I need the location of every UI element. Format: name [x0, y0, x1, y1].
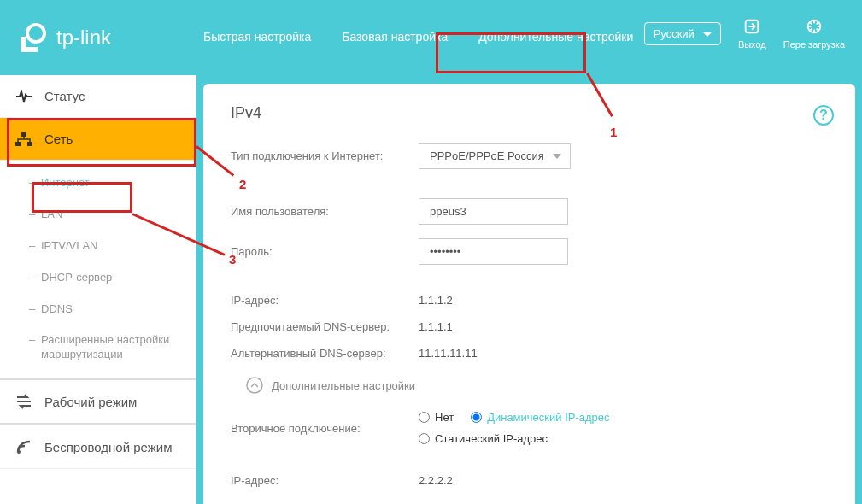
logout-button[interactable]: Выход — [738, 17, 766, 50]
value-ip: 1.1.1.2 — [419, 294, 453, 307]
label-password: Пароль: — [231, 245, 419, 258]
svg-rect-6 — [15, 142, 21, 146]
top-nav: Быстрая настройка Базовая настройка Допо… — [188, 0, 648, 75]
reboot-icon — [805, 17, 824, 36]
submenu-dhcp[interactable]: DHCP-сервер — [0, 262, 196, 294]
label-ip2: IP-адрес: — [231, 474, 419, 487]
header: tp-link Быстрая настройка Базовая настро… — [0, 0, 862, 75]
input-username[interactable] — [419, 198, 568, 225]
row-ip2: IP-адрес: 2.2.2.2 — [231, 474, 828, 487]
svg-point-8 — [17, 450, 21, 454]
value-dns2: 11.11.11.11 — [419, 347, 478, 360]
input-password[interactable] — [419, 238, 568, 265]
label-ip: IP-адрес: — [231, 294, 419, 307]
label-connection-type: Тип подключения к Интернет: — [231, 149, 419, 162]
tplink-logo-icon — [17, 21, 50, 54]
sidebar-item-wireless[interactable]: Беспроводной режим — [0, 425, 196, 469]
sidebar-item-network[interactable]: Сеть — [0, 118, 196, 161]
label-dns2: Альтернативный DNS-сервер: — [231, 347, 419, 360]
nav-advanced-settings[interactable]: Дополнительные настройки — [463, 29, 648, 46]
submenu-lan[interactable]: LAN — [0, 199, 196, 231]
network-submenu: Интернет LAN IPTV/VLAN DHCP-сервер DDNS … — [0, 161, 196, 378]
mode-icon — [15, 394, 32, 409]
svg-text:?: ? — [819, 108, 828, 122]
sidebar: Статус Сеть Интернет LAN IPTV/VLAN DHCP-… — [0, 75, 196, 504]
content-panel: ? IPv4 Тип подключения к Интернет: PPPoE… — [203, 84, 855, 504]
svg-rect-5 — [21, 132, 26, 137]
logout-icon — [742, 17, 761, 36]
section-title: IPv4 — [231, 104, 828, 122]
language-select[interactable]: Русский — [644, 22, 721, 45]
svg-point-0 — [27, 25, 44, 42]
label-secondary: Вторичное подключение: — [231, 422, 419, 435]
collapse-icon — [246, 377, 263, 394]
row-username: Имя пользователя: — [231, 198, 828, 225]
row-dns2: Альтернативный DNS-сервер: 11.11.11.11 — [231, 347, 828, 360]
status-icon — [15, 90, 32, 103]
sidebar-item-mode[interactable]: Рабочий режим — [0, 378, 196, 425]
help-button[interactable]: ? — [812, 104, 835, 129]
submenu-ddns[interactable]: DDNS — [0, 294, 196, 325]
header-right: Русский Выход Пере загрузка — [644, 17, 845, 50]
label-username: Имя пользователя: — [231, 205, 419, 218]
radio-secondary-none[interactable]: Нет — [419, 411, 454, 424]
nav-quick-setup[interactable]: Быстрая настройка — [188, 29, 326, 46]
row-ip: IP-адрес: 1.1.1.2 — [231, 294, 828, 307]
select-connection-type[interactable]: PPPoE/PPPoE Россия — [419, 143, 571, 169]
brand-logo: tp-link — [17, 21, 111, 54]
value-dns1: 1.1.1.1 — [419, 320, 453, 333]
value-ip2: 2.2.2.2 — [419, 474, 453, 487]
wireless-icon — [15, 439, 32, 454]
content-area: ? IPv4 Тип подключения к Интернет: PPPoE… — [196, 75, 862, 504]
row-connection-type: Тип подключения к Интернет: PPPoE/PPPoE … — [231, 143, 828, 169]
submenu-routing[interactable]: Расширенные настройки маршрутизации — [0, 325, 196, 371]
network-icon — [15, 132, 32, 146]
reboot-button[interactable]: Пере загрузка — [783, 17, 845, 50]
label-dns1: Предпочитаемый DNS-сервер: — [231, 320, 419, 333]
submenu-internet[interactable]: Интернет — [0, 167, 196, 199]
radio-secondary-static[interactable]: Статический IP-адрес — [419, 432, 548, 445]
submenu-iptv[interactable]: IPTV/VLAN — [0, 231, 196, 262]
radio-secondary-dynamic[interactable]: Динамический IP-адрес — [471, 411, 609, 424]
svg-rect-2 — [26, 47, 38, 52]
sidebar-item-status[interactable]: Статус — [0, 75, 196, 118]
svg-point-11 — [247, 378, 262, 393]
nav-basic-setup[interactable]: Базовая настройка — [326, 29, 463, 46]
main-container: Статус Сеть Интернет LAN IPTV/VLAN DHCP-… — [0, 75, 862, 504]
row-secondary: Вторичное подключение: Нет Динамический … — [231, 411, 828, 445]
advanced-toggle[interactable]: Дополнительные настройки — [231, 377, 828, 394]
help-icon: ? — [812, 104, 835, 126]
brand-name: tp-link — [56, 26, 111, 50]
svg-rect-7 — [27, 142, 32, 146]
row-dns1: Предпочитаемый DNS-сервер: 1.1.1.1 — [231, 320, 828, 333]
row-password: Пароль: — [231, 238, 828, 265]
secondary-options: Нет Динамический IP-адрес Статический IP… — [419, 411, 610, 445]
svg-rect-1 — [21, 37, 26, 52]
